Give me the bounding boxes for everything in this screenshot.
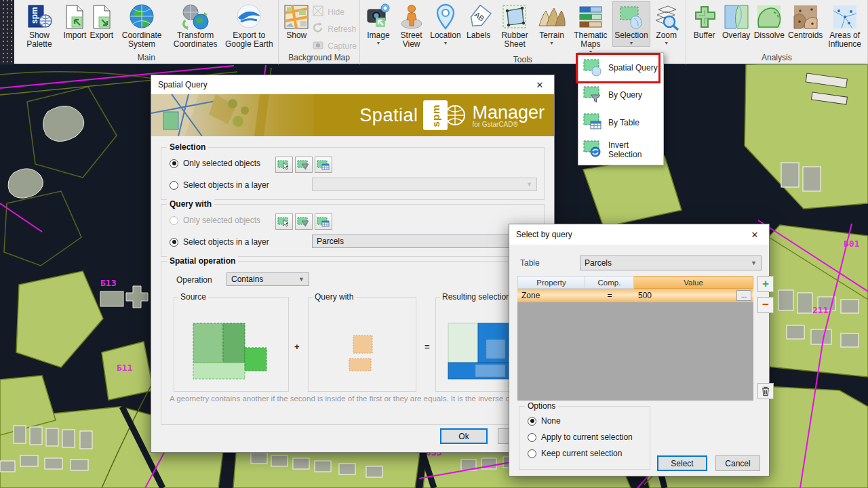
- query-with-diagram: [309, 298, 416, 391]
- globe-icon: [127, 3, 156, 31]
- quick-access-strip: [0, 0, 14, 64]
- menu-item-by-table[interactable]: By Table: [578, 109, 663, 136]
- terrain-button[interactable]: Terrain ▼: [536, 2, 568, 46]
- dialog-titlebar[interactable]: Select by query ✕: [509, 224, 769, 245]
- dissolve-button[interactable]: Dissolve: [753, 2, 786, 41]
- spatial-manager-logo: Spatial spm Manager for GstarCAD®: [359, 94, 545, 136]
- column-header-value[interactable]: Value: [634, 276, 753, 289]
- show-palette-button[interactable]: spm Show Palette: [17, 2, 61, 49]
- show-background-button[interactable]: Show: [281, 2, 311, 41]
- menu-item-by-query[interactable]: By Query: [578, 81, 663, 108]
- street-view-button[interactable]: Street View: [395, 2, 428, 49]
- menu-item-invert-selection[interactable]: Invert Selection: [578, 136, 663, 163]
- value-browse-button[interactable]: ...: [736, 290, 751, 301]
- ribbon-group-main: spm Show Palette Import: [14, 0, 279, 64]
- remove-condition-button[interactable]: −: [757, 297, 774, 313]
- hide-background-button[interactable]: Hide: [312, 5, 357, 19]
- radio-apply-to-current-selection[interactable]: Apply to current selection: [528, 432, 633, 442]
- group-label-background-map: Background Map: [279, 53, 359, 64]
- cancel-button[interactable]: Cancel: [715, 455, 760, 471]
- table-combobox[interactable]: Parcels ▼: [580, 256, 762, 270]
- table-query-button[interactable]: [315, 214, 332, 230]
- rubber-sheet-button[interactable]: Rubber Sheet: [495, 2, 535, 49]
- by-table-icon: [583, 113, 603, 132]
- export-button[interactable]: Export: [88, 2, 115, 41]
- cell-value: 500: [634, 289, 729, 302]
- radio-only-selected-objects[interactable]: Only selected objects: [170, 159, 260, 168]
- column-header-comp[interactable]: Comp.: [585, 276, 634, 289]
- dropdown-arrow-icon: ▼: [376, 41, 381, 45]
- svg-text:211: 211: [812, 305, 829, 315]
- close-icon[interactable]: ✕: [526, 75, 554, 94]
- grid-header-row: Property Comp. Value: [517, 276, 753, 289]
- hide-icon: [312, 5, 324, 19]
- ribbon: spm Show Palette Import: [0, 0, 868, 64]
- table-selection-button[interactable]: [315, 157, 332, 173]
- radio-query-only-selected[interactable]: Only selected objects: [170, 216, 260, 225]
- radio-keep-current-selection[interactable]: Keep current selection: [528, 449, 633, 458]
- pick-query-button[interactable]: [275, 214, 293, 230]
- image-button[interactable]: Image ▼: [363, 2, 394, 46]
- chevron-down-icon: ▼: [298, 276, 304, 283]
- spatial-query-icon: [583, 58, 603, 78]
- dialog-title: Select by query: [516, 230, 572, 239]
- label-tag-icon: AB: [465, 3, 493, 31]
- operation-label: Operation: [176, 275, 212, 285]
- export-icon: [90, 3, 113, 31]
- centroids-button[interactable]: Centroids: [787, 2, 824, 41]
- pick-selection-button[interactable]: [275, 157, 293, 173]
- query-with-panel: Query with: [308, 297, 416, 392]
- selection-layer-combobox[interactable]: ▼: [312, 178, 537, 191]
- selection-dropdown-menu: Spatial Query By Query By Table Invert S…: [578, 52, 664, 165]
- export-google-earth-button[interactable]: Export to Google Earth: [222, 2, 275, 49]
- cell-property: Zone: [517, 289, 585, 302]
- query-grid: Property Comp. Value Zone = 500 ...: [517, 276, 753, 401]
- grid-row-zone[interactable]: Zone = 500 ...: [517, 289, 753, 302]
- clear-conditions-button[interactable]: [757, 383, 774, 399]
- thematic-maps-icon: [576, 3, 606, 31]
- labels-button[interactable]: AB Labels: [463, 2, 494, 41]
- transform-coordinates-button[interactable]: Transform Coordinates: [169, 2, 222, 49]
- coordinate-system-button[interactable]: Coordinate System: [115, 2, 168, 49]
- trash-icon: [760, 386, 771, 396]
- dropdown-arrow-icon: ▼: [443, 41, 448, 45]
- select-button[interactable]: Select: [657, 455, 707, 471]
- buffer-button[interactable]: Buffer: [689, 2, 720, 41]
- import-button[interactable]: Import: [62, 2, 87, 41]
- spatial-query-dialog: Spatial Query ✕ Spatial spm Manager: [151, 75, 555, 453]
- overlay-button[interactable]: Overlay: [721, 2, 752, 41]
- add-condition-button[interactable]: +: [757, 276, 774, 292]
- areas-of-influence-button[interactable]: Areas of Influence: [825, 2, 865, 49]
- dropdown-arrow-icon: ▼: [629, 41, 633, 45]
- select-by-query-dialog: Select by query ✕ Table Parcels ▼ Proper…: [509, 224, 770, 476]
- dropdown-arrow-icon: ▼: [549, 41, 554, 45]
- overlay-icon: [722, 3, 751, 31]
- grid-empty-area: [517, 302, 753, 401]
- zoom-button[interactable]: Zoom ▼: [650, 2, 683, 46]
- ok-button[interactable]: Ok: [440, 428, 488, 444]
- group-label-main: Main: [14, 53, 278, 64]
- thematic-maps-button[interactable]: Thematic Maps ▼: [569, 2, 613, 55]
- radio-query-layer[interactable]: Select objects in a layer: [170, 237, 269, 247]
- radio-none[interactable]: None: [528, 416, 633, 426]
- operation-combobox[interactable]: Contains ▼: [226, 272, 309, 286]
- radio-select-objects-in-layer[interactable]: Select objects in a layer: [170, 180, 269, 190]
- transform-globes-icon: [180, 3, 211, 31]
- filter-selection-button[interactable]: [295, 157, 313, 173]
- dialog-titlebar[interactable]: Spatial Query ✕: [151, 75, 554, 94]
- capture-background-button[interactable]: Capture: [312, 39, 357, 53]
- location-button[interactable]: Location ▼: [429, 2, 462, 46]
- filter-query-button[interactable]: [295, 214, 313, 230]
- column-header-property[interactable]: Property: [517, 276, 585, 289]
- google-earth-icon: [235, 3, 263, 31]
- centroids-icon: [791, 3, 820, 31]
- query-with-groupbox: Query with Only selected objects Select …: [161, 204, 545, 257]
- close-icon[interactable]: ✕: [741, 224, 769, 245]
- svg-text:spm: spm: [30, 7, 39, 24]
- menu-item-spatial-query[interactable]: Spatial Query: [578, 54, 663, 81]
- selection-button[interactable]: Selection ▼: [613, 2, 649, 46]
- options-groupbox: Options None Apply to current selection …: [519, 406, 650, 470]
- query-layer-combobox[interactable]: Parcels ▼: [312, 235, 537, 248]
- spm-palette-icon: spm: [26, 3, 53, 31]
- refresh-background-button[interactable]: Refresh: [312, 22, 357, 36]
